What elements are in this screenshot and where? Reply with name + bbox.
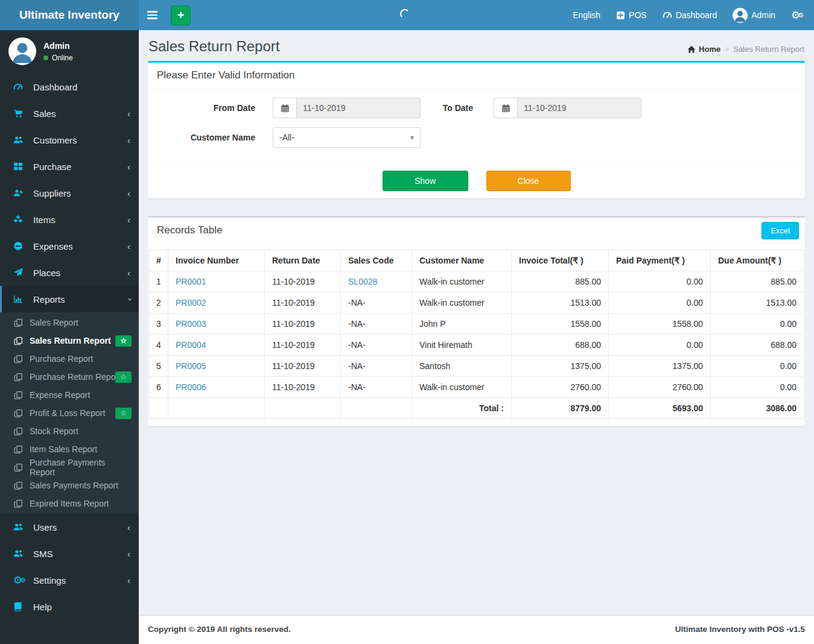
sidebar-item-places[interactable]: Places‹ [0, 259, 139, 286]
users-icon [13, 522, 24, 532]
sidebar-item-sales-return-report[interactable]: Sales Return Report☆ [0, 332, 139, 350]
star-badge: ☆ [115, 335, 132, 347]
records-table-header-row: #Invoice NumberReturn DateSales CodeCust… [149, 250, 804, 271]
copy-icon [14, 499, 24, 508]
sidebar-item-purchase-payments-report[interactable]: Purchase Payments Report [0, 458, 139, 476]
chevron-left-icon: ‹ [127, 268, 130, 277]
quick-add-button[interactable]: + [171, 5, 191, 25]
cell-invoice-total: 1558.00 [512, 314, 609, 335]
sidebar-item-label: SMS [33, 549, 53, 559]
from-date-input[interactable] [296, 98, 421, 118]
breadcrumb-home[interactable]: Home [687, 45, 720, 54]
chevron-left-icon: ‹ [127, 215, 130, 224]
sidebar-toggle-button[interactable] [139, 0, 165, 30]
to-date-input[interactable] [517, 98, 641, 118]
nav-item-pos[interactable]: POS [608, 0, 655, 30]
sidebar-item-users[interactable]: Users‹ [0, 514, 139, 540]
user-name: Admin [43, 41, 73, 51]
sidebar-item-expired-items-report[interactable]: Expired Items Report [0, 494, 139, 513]
brand-logo[interactable]: Ultimate Inventory [0, 0, 139, 30]
sidebar-menu: DashboardSales‹Customers‹Purchase‹Suppli… [0, 74, 139, 620]
chevron-down-icon: ▾ [410, 133, 414, 142]
total-due-amount: 3086.00 [711, 398, 804, 419]
records-box-body: #Invoice NumberReturn DateSales CodeCust… [148, 244, 805, 426]
nav-item-label: Admin [751, 10, 775, 20]
cell-invoice-number: PR0005 [168, 356, 265, 377]
sidebar-item-item-sales-report[interactable]: Item Sales Report [0, 440, 139, 458]
cell-row-number: 4 [149, 335, 168, 356]
sidebar-item-purchase-return-report[interactable]: Purchase Return Report☆ [0, 368, 139, 386]
nav-item-english[interactable]: English [565, 0, 608, 30]
copy-icon [14, 373, 24, 382]
cell-invoice-number: PR0003 [168, 314, 265, 335]
sidebar-item-profit-loss-report[interactable]: Profit & Loss Report☆ [0, 404, 139, 422]
sidebar-subitem-label: Purchase Return Report [30, 372, 121, 382]
sidebar-item-items[interactable]: Items‹ [0, 206, 139, 233]
cubes-icon [13, 215, 24, 224]
table-row: 5PR000511-10-2019-NA-Santosh1375.001375.… [149, 356, 804, 377]
sidebar-item-purchase[interactable]: Purchase‹ [0, 153, 139, 180]
invoice-link[interactable]: PR0001 [176, 277, 206, 286]
sidebar-item-label: Customers [33, 135, 77, 145]
sidebar-item-sales[interactable]: Sales‹ [0, 100, 139, 127]
sidebar-item-suppliers[interactable]: Suppliers‹ [0, 180, 139, 206]
cart-icon [13, 109, 24, 118]
sidebar-item-sales-report[interactable]: Sales Report [0, 314, 139, 332]
cell-sales-code: -NA- [341, 335, 412, 356]
excel-export-button[interactable]: Excel [762, 222, 799, 239]
sidebar-item-dashboard[interactable]: Dashboard [0, 74, 139, 100]
user-avatar [8, 37, 36, 65]
nav-item-dashboard[interactable]: Dashboard [655, 0, 725, 30]
cell-customer-name: Vinit Hiremath [412, 335, 512, 356]
sidebar-item-help[interactable]: Help [0, 593, 139, 620]
filter-box-footer: Show Close [148, 163, 805, 198]
cell-invoice-number: PR0001 [168, 271, 265, 292]
sidebar-item-settings[interactable]: ⚙⚙Settings‹ [0, 567, 139, 593]
chevron-left-icon: ‹ [127, 189, 130, 198]
invoice-link[interactable]: PR0005 [176, 361, 206, 371]
copy-icon [14, 427, 24, 436]
cogs-icon: ⚙⚙ [13, 575, 24, 586]
cell-return-date: 11-10-2019 [265, 314, 341, 335]
sidebar-item-stock-report[interactable]: Stock Report [0, 422, 139, 440]
cell-paid-payment: 1375.00 [609, 356, 711, 377]
invoice-link[interactable]: PR0002 [176, 298, 206, 308]
sidebar-subitem-label: Purchase Report [30, 354, 93, 364]
sidebar-item-customers[interactable]: Customers‹ [0, 127, 139, 153]
sidebar-item-sales-payments-report[interactable]: Sales Payments Report [0, 476, 139, 494]
invoice-link[interactable]: PR0003 [176, 319, 206, 329]
chevron-down-icon: ‹ [124, 298, 133, 301]
copy-icon [14, 445, 24, 454]
cell-customer-name: Walk-in customer [412, 377, 512, 398]
nav-item-admin[interactable]: Admin [725, 0, 783, 30]
home-icon [687, 45, 696, 54]
sidebar-item-label: Sales [33, 109, 56, 119]
chevron-left-icon: ‹ [127, 136, 130, 145]
cell-paid-payment: 2760.00 [609, 377, 711, 398]
top-navbar: + EnglishPOSDashboardAdmin⚙⚙ [139, 0, 814, 30]
sidebar: Admin Online DashboardSales‹Customers‹Pu… [0, 30, 139, 644]
content-header: Sales Return Report Home > Sales Return … [139, 30, 814, 61]
table-row: 6PR000611-10-2019-NA-Walk-in customer276… [149, 377, 804, 398]
show-button[interactable]: Show [383, 171, 468, 191]
cell-due-amount: 0.00 [711, 377, 804, 398]
sidebar-subitem-label: Expense Report [30, 390, 90, 400]
footer-version: Ultimate Inventory with POS -v1.5 [675, 625, 805, 634]
cell-row-number: 2 [149, 292, 168, 314]
customer-name-select[interactable]: -All- ▾ [273, 127, 421, 148]
cell-sales-code: SL0028 [341, 271, 412, 292]
sales-code-link[interactable]: SL0028 [348, 277, 377, 286]
paper-plane-icon [13, 268, 24, 277]
sidebar-item-expense-report[interactable]: Expense Report [0, 386, 139, 404]
invoice-link[interactable]: PR0006 [176, 382, 206, 392]
sidebar-item-sms[interactable]: SMS‹ [0, 540, 139, 567]
sidebar-item-purchase-report[interactable]: Purchase Report [0, 350, 139, 368]
content: Please Enter Valid Information From Date… [139, 61, 814, 426]
sidebar-item-reports[interactable]: Reports‹ [0, 286, 139, 312]
sidebar-item-label: Help [33, 602, 52, 612]
nav-item-settings[interactable]: ⚙⚙ [783, 0, 812, 30]
sidebar-item-expenses[interactable]: Expenses‹ [0, 233, 139, 259]
invoice-link[interactable]: PR0004 [176, 340, 206, 350]
sidebar-item-label: Items [33, 215, 56, 225]
close-button[interactable]: Close [486, 171, 571, 191]
